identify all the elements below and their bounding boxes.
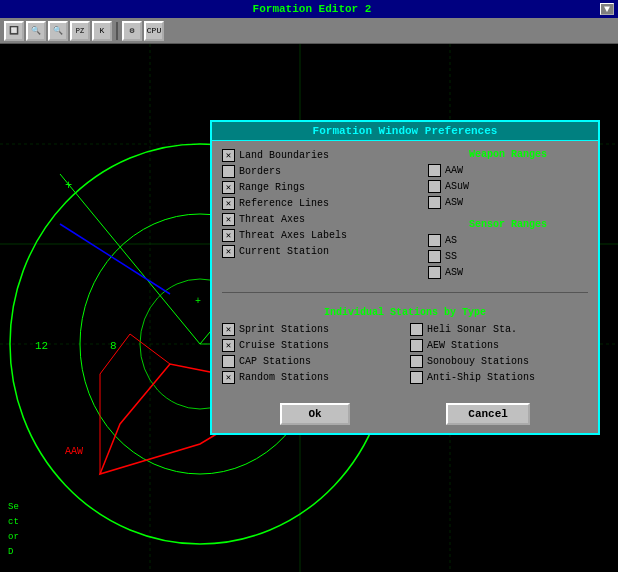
dialog-body: Land BoundariesBordersRange RingsReferen… [212, 141, 598, 395]
toolbar-btn-2[interactable]: 🔍 [26, 21, 46, 41]
ind-right-row: Anti-Ship Stations [410, 371, 588, 384]
ind-cb-sprint-stations[interactable] [222, 323, 235, 336]
weapon-checkbox-label: ASW [445, 197, 463, 208]
checkbox-reference-lines[interactable] [222, 197, 235, 210]
ind-checkbox-label: CAP Stations [239, 356, 311, 367]
checkbox-label: Borders [239, 166, 281, 177]
checkbox-label: Land Boundaries [239, 150, 329, 161]
toolbar-btn-1[interactable]: 🔲 [4, 21, 24, 41]
checkbox-label: Threat Axes Labels [239, 230, 347, 241]
sensor-cb-asw[interactable] [428, 266, 441, 279]
ind-cb-random-stations[interactable] [222, 371, 235, 384]
close-button[interactable]: ▼ [600, 3, 614, 15]
weapon-checkbox-label: AAW [445, 165, 463, 176]
toolbar-btn-3[interactable]: 🔍 [48, 21, 68, 41]
ind-right-checkbox-label: Heli Sonar Sta. [427, 324, 517, 335]
checkbox-label: Threat Axes [239, 214, 305, 225]
ind-right-row: Sonobouy Stations [410, 355, 588, 368]
left-checkbox-row: Threat Axes [222, 213, 418, 226]
dialog-footer: Ok Cancel [212, 395, 598, 433]
toolbar: 🔲 🔍 🔍 PZ K ⚙ CPU [0, 18, 618, 44]
window-title: Formation Editor 2 [24, 3, 600, 15]
ok-button[interactable]: Ok [280, 403, 350, 425]
ind-right-checkbox-label: AEW Stations [427, 340, 499, 351]
left-checkbox-row: Reference Lines [222, 197, 418, 210]
ind-left-row: Cruise Stations [222, 339, 400, 352]
sensor-checkbox-label: AS [445, 235, 457, 246]
checkbox-threat-axes[interactable] [222, 213, 235, 226]
weapon-cb-asw[interactable] [428, 196, 441, 209]
sensor-cb-as[interactable] [428, 234, 441, 247]
checkbox-borders[interactable] [222, 165, 235, 178]
weapon-checkbox-row: AAW [428, 164, 588, 177]
individual-header: Individual Stations by Type [222, 307, 588, 318]
checkbox-threat-axes-labels[interactable] [222, 229, 235, 242]
sensor-checkbox-row: SS [428, 250, 588, 263]
weapon-cb-aaw[interactable] [428, 164, 441, 177]
svg-text:+: + [195, 296, 201, 307]
svg-text:AAW: AAW [65, 446, 83, 457]
left-checkbox-row: Borders [222, 165, 418, 178]
toolbar-btn-6[interactable]: ⚙ [122, 21, 142, 41]
sensor-ranges-header: Sensor Ranges [428, 219, 588, 230]
sensor-checkboxes: ASSSASW [428, 234, 588, 279]
svg-text:D: D [8, 547, 13, 557]
checkbox-current-station[interactable] [222, 245, 235, 258]
dialog-columns: Land BoundariesBordersRange RingsReferen… [222, 149, 588, 282]
checkbox-label: Current Station [239, 246, 329, 257]
individual-right: Heli Sonar Sta.AEW StationsSonobouy Stat… [410, 323, 588, 387]
ind-right-checkbox-label: Sonobouy Stations [427, 356, 529, 367]
weapon-checkbox-label: ASuW [445, 181, 469, 192]
formation-dialog: Formation Window Preferences Land Bounda… [210, 120, 600, 435]
toolbar-btn-4[interactable]: PZ [70, 21, 90, 41]
svg-text:Se: Se [8, 502, 19, 512]
toolbar-btn-7[interactable]: CPU [144, 21, 164, 41]
ind-cb-anti-ship-stations[interactable] [410, 371, 423, 384]
ind-cb-cruise-stations[interactable] [222, 339, 235, 352]
sensor-checkbox-row: ASW [428, 266, 588, 279]
svg-text:12: 12 [35, 340, 48, 352]
dialog-title: Formation Window Preferences [212, 122, 598, 141]
individual-left: Sprint StationsCruise StationsCAP Statio… [222, 323, 400, 387]
ind-right-checkbox-label: Anti-Ship Stations [427, 372, 535, 383]
ind-left-row: CAP Stations [222, 355, 400, 368]
divider [222, 292, 588, 293]
ind-right-row: AEW Stations [410, 339, 588, 352]
checkbox-label: Range Rings [239, 182, 305, 193]
left-checkboxes: Land BoundariesBordersRange RingsReferen… [222, 149, 418, 258]
ind-cb-sonobouy-stations[interactable] [410, 355, 423, 368]
cancel-button[interactable]: Cancel [446, 403, 530, 425]
ind-checkbox-label: Sprint Stations [239, 324, 329, 335]
left-checkbox-row: Land Boundaries [222, 149, 418, 162]
toolbar-separator [116, 22, 118, 40]
left-checkbox-row: Current Station [222, 245, 418, 258]
weapon-checkbox-row: ASW [428, 196, 588, 209]
sensor-cb-ss[interactable] [428, 250, 441, 263]
weapon-checkboxes: AAWASuWASW [428, 164, 588, 209]
ind-checkbox-label: Random Stations [239, 372, 329, 383]
svg-text:or: or [8, 532, 19, 542]
left-column: Land BoundariesBordersRange RingsReferen… [222, 149, 418, 282]
toolbar-btn-5[interactable]: K [92, 21, 112, 41]
sensor-checkbox-label: SS [445, 251, 457, 262]
svg-text:8: 8 [110, 340, 117, 352]
ind-right-row: Heli Sonar Sta. [410, 323, 588, 336]
individual-grid: Sprint StationsCruise StationsCAP Statio… [222, 323, 588, 387]
checkbox-range-rings[interactable] [222, 181, 235, 194]
svg-text:+: + [65, 179, 72, 193]
ind-cb-heli-sonar-sta.[interactable] [410, 323, 423, 336]
weapon-cb-asuw[interactable] [428, 180, 441, 193]
weapon-checkbox-row: ASuW [428, 180, 588, 193]
sensor-checkbox-row: AS [428, 234, 588, 247]
ind-cb-cap-stations[interactable] [222, 355, 235, 368]
left-checkbox-row: Range Rings [222, 181, 418, 194]
sensor-checkbox-label: ASW [445, 267, 463, 278]
checkbox-label: Reference Lines [239, 198, 329, 209]
weapon-ranges-header: Weapon Ranges [428, 149, 588, 160]
svg-text:ct: ct [8, 517, 19, 527]
checkbox-land-boundaries[interactable] [222, 149, 235, 162]
title-bar: Formation Editor 2 ▼ [0, 0, 618, 18]
ind-cb-aew-stations[interactable] [410, 339, 423, 352]
right-column: Weapon Ranges AAWASuWASW Sensor Ranges A… [428, 149, 588, 282]
individual-section: Individual Stations by Type Sprint Stati… [222, 307, 588, 387]
